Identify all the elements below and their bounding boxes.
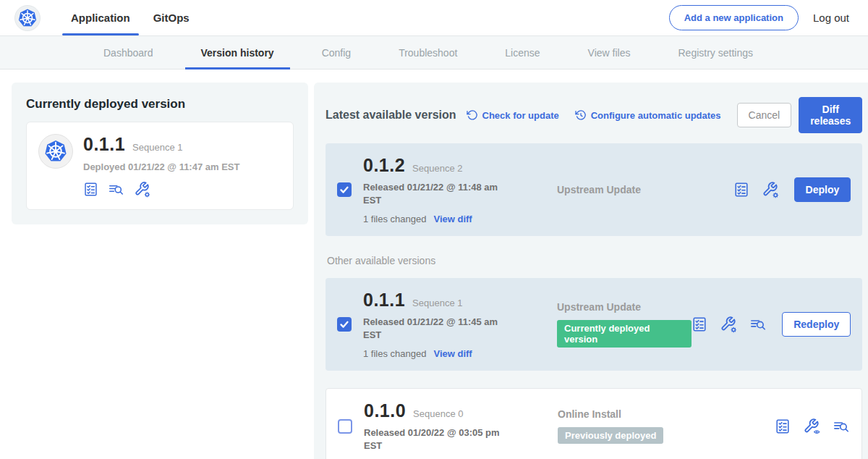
- release-notes-icon[interactable]: [733, 182, 749, 198]
- version-number: 0.1.1: [363, 290, 405, 311]
- configure-automatic-updates-link[interactable]: Configure automatic updates: [575, 109, 721, 121]
- refresh-icon: [467, 109, 478, 121]
- version-checkbox[interactable]: [337, 317, 352, 332]
- version-number: 0.1.0: [364, 400, 406, 421]
- view-diff-link[interactable]: View diff: [433, 348, 472, 359]
- previously-deployed-badge: Previously deployed: [558, 427, 663, 444]
- currently-deployed-title: Currently deployed version: [26, 97, 294, 111]
- version-row-0-1-2: 0.1.2 Sequence 2 Released 01/21/22 @ 11:…: [326, 143, 862, 236]
- sequence-label: Sequence 0: [413, 408, 463, 419]
- edit-config-icon[interactable]: [762, 181, 779, 198]
- deployed-sequence-label: Sequence 1: [132, 142, 182, 153]
- subnav-tab-dashboard[interactable]: Dashboard: [88, 36, 169, 69]
- subnav-tab-view-files[interactable]: View files: [572, 36, 647, 69]
- deployed-timestamp: Deployed 01/21/22 @ 11:47 am EST: [83, 161, 239, 172]
- version-row-0-1-0: 0.1.0 Sequence 0 Released 01/20/22 @ 03:…: [326, 388, 862, 459]
- top-nav: Application GitOps Add a new application…: [0, 0, 868, 35]
- edit-config-icon[interactable]: [134, 181, 150, 198]
- version-source-label: Upstream Update: [557, 184, 733, 195]
- deployed-version-number: 0.1.1: [83, 134, 125, 155]
- redeploy-button[interactable]: Redeploy: [782, 312, 851, 337]
- view-logs-icon[interactable]: [749, 316, 767, 332]
- available-versions-panel: Latest available version Check for updat…: [314, 83, 868, 459]
- other-versions-label: Other available versions: [327, 255, 862, 266]
- version-source-label: Online Install: [558, 408, 775, 420]
- subnav-tab-license[interactable]: License: [489, 36, 556, 69]
- logout-button[interactable]: Log out: [813, 12, 854, 24]
- subnav-tab-version-history[interactable]: Version history: [185, 36, 290, 69]
- diff-releases-button[interactable]: Diff releases: [799, 97, 862, 133]
- tab-gitops[interactable]: GitOps: [142, 0, 201, 35]
- app-sub-nav: Dashboard Version history Config Trouble…: [0, 35, 868, 70]
- view-logs-icon[interactable]: [833, 418, 850, 434]
- currently-deployed-badge: Currently deployed version: [557, 320, 692, 348]
- release-notes-icon[interactable]: [83, 182, 98, 197]
- deployed-version-card: 0.1.1 Sequence 1 Deployed 01/21/22 @ 11:…: [26, 122, 294, 210]
- released-timestamp: Released 01/20/22 @ 03:05 pm EST: [364, 426, 501, 452]
- version-checkbox[interactable]: [337, 182, 352, 197]
- cancel-button[interactable]: Cancel: [737, 103, 792, 127]
- release-notes-icon[interactable]: [775, 418, 791, 434]
- view-diff-link[interactable]: View diff: [433, 214, 472, 224]
- sequence-label: Sequence 2: [412, 163, 462, 174]
- version-checkbox[interactable]: [338, 419, 352, 434]
- subnav-tab-troubleshoot[interactable]: Troubleshoot: [383, 36, 473, 69]
- view-logs-icon[interactable]: [108, 182, 124, 197]
- latest-available-title: Latest available version: [326, 109, 456, 122]
- currently-deployed-panel: Currently deployed version 0.1.1 Sequenc…: [12, 83, 308, 224]
- view-config-icon[interactable]: [803, 418, 820, 435]
- files-changed-label: 1 files changed: [363, 214, 426, 224]
- edit-config-icon[interactable]: [720, 316, 737, 333]
- subnav-tab-registry-settings[interactable]: Registry settings: [662, 36, 768, 69]
- released-timestamp: Released 01/21/22 @ 11:48 am EST: [363, 181, 501, 206]
- tab-application[interactable]: Application: [59, 0, 142, 35]
- kubernetes-logo: [14, 5, 41, 31]
- release-notes-icon[interactable]: [692, 316, 707, 332]
- check-for-update-link[interactable]: Check for update: [467, 109, 559, 121]
- main-content: Currently deployed version 0.1.1 Sequenc…: [0, 70, 868, 459]
- version-row-0-1-1: 0.1.1 Sequence 1 Released 01/21/22 @ 11:…: [326, 278, 862, 371]
- app-icon: [38, 134, 73, 169]
- version-source-label: Upstream Update: [557, 301, 692, 313]
- version-number: 0.1.2: [363, 155, 405, 176]
- subnav-tab-config[interactable]: Config: [306, 36, 367, 69]
- add-new-application-button[interactable]: Add a new application: [669, 5, 799, 30]
- clock-refresh-icon: [575, 109, 587, 121]
- files-changed-label: 1 files changed: [363, 348, 426, 359]
- sequence-label: Sequence 1: [412, 298, 462, 308]
- released-timestamp: Released 01/21/22 @ 11:45 am EST: [363, 316, 501, 341]
- deploy-button[interactable]: Deploy: [794, 177, 851, 202]
